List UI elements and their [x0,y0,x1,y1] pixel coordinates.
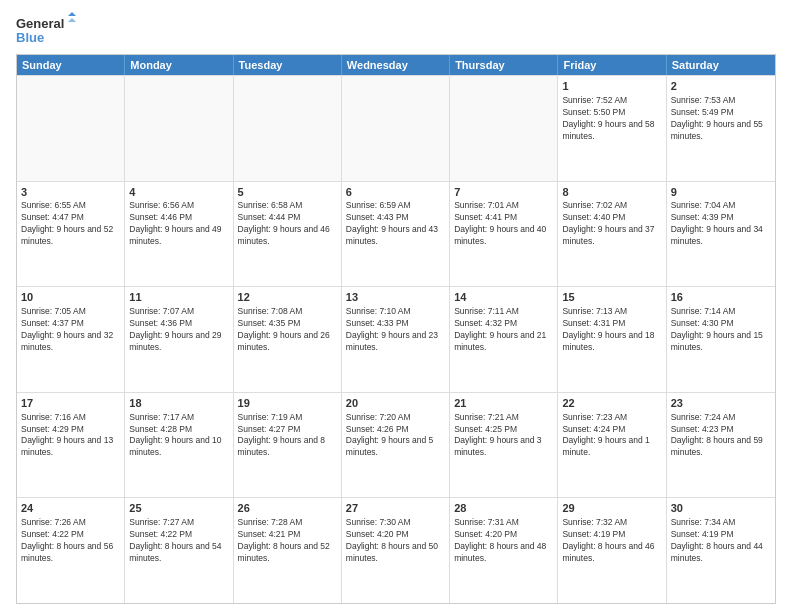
day-number: 28 [454,501,553,516]
day-number: 8 [562,185,661,200]
calendar: SundayMondayTuesdayWednesdayThursdayFrid… [16,54,776,604]
day-number: 21 [454,396,553,411]
day-number: 11 [129,290,228,305]
cell-content: Sunrise: 7:23 AM Sunset: 4:24 PM Dayligh… [562,412,661,460]
day-number: 22 [562,396,661,411]
cell-content: Sunrise: 7:20 AM Sunset: 4:26 PM Dayligh… [346,412,445,460]
header: General Blue [16,12,776,48]
calendar-cell: 9Sunrise: 7:04 AM Sunset: 4:39 PM Daylig… [667,182,775,287]
day-number: 6 [346,185,445,200]
cell-content: Sunrise: 7:21 AM Sunset: 4:25 PM Dayligh… [454,412,553,460]
calendar-cell: 28Sunrise: 7:31 AM Sunset: 4:20 PM Dayli… [450,498,558,603]
calendar-cell: 22Sunrise: 7:23 AM Sunset: 4:24 PM Dayli… [558,393,666,498]
day-number: 20 [346,396,445,411]
day-number: 18 [129,396,228,411]
calendar-cell: 21Sunrise: 7:21 AM Sunset: 4:25 PM Dayli… [450,393,558,498]
calendar-cell [342,76,450,181]
calendar-cell: 4Sunrise: 6:56 AM Sunset: 4:46 PM Daylig… [125,182,233,287]
calendar-cell: 10Sunrise: 7:05 AM Sunset: 4:37 PM Dayli… [17,287,125,392]
calendar-row-4: 17Sunrise: 7:16 AM Sunset: 4:29 PM Dayli… [17,392,775,498]
calendar-row-5: 24Sunrise: 7:26 AM Sunset: 4:22 PM Dayli… [17,497,775,603]
day-number: 4 [129,185,228,200]
calendar-header: SundayMondayTuesdayWednesdayThursdayFrid… [17,55,775,75]
cell-content: Sunrise: 7:11 AM Sunset: 4:32 PM Dayligh… [454,306,553,354]
cell-content: Sunrise: 7:53 AM Sunset: 5:49 PM Dayligh… [671,95,771,143]
cell-content: Sunrise: 6:59 AM Sunset: 4:43 PM Dayligh… [346,200,445,248]
calendar-cell: 24Sunrise: 7:26 AM Sunset: 4:22 PM Dayli… [17,498,125,603]
calendar-cell: 19Sunrise: 7:19 AM Sunset: 4:27 PM Dayli… [234,393,342,498]
cell-content: Sunrise: 7:07 AM Sunset: 4:36 PM Dayligh… [129,306,228,354]
day-number: 3 [21,185,120,200]
calendar-cell: 8Sunrise: 7:02 AM Sunset: 4:40 PM Daylig… [558,182,666,287]
calendar-cell: 13Sunrise: 7:10 AM Sunset: 4:33 PM Dayli… [342,287,450,392]
day-header-tuesday: Tuesday [234,55,342,75]
cell-content: Sunrise: 7:30 AM Sunset: 4:20 PM Dayligh… [346,517,445,565]
calendar-cell: 5Sunrise: 6:58 AM Sunset: 4:44 PM Daylig… [234,182,342,287]
cell-content: Sunrise: 7:16 AM Sunset: 4:29 PM Dayligh… [21,412,120,460]
svg-marker-3 [68,18,76,22]
calendar-cell [234,76,342,181]
cell-content: Sunrise: 6:55 AM Sunset: 4:47 PM Dayligh… [21,200,120,248]
cell-content: Sunrise: 7:31 AM Sunset: 4:20 PM Dayligh… [454,517,553,565]
calendar-cell: 16Sunrise: 7:14 AM Sunset: 4:30 PM Dayli… [667,287,775,392]
calendar-cell: 18Sunrise: 7:17 AM Sunset: 4:28 PM Dayli… [125,393,233,498]
day-number: 7 [454,185,553,200]
calendar-cell: 3Sunrise: 6:55 AM Sunset: 4:47 PM Daylig… [17,182,125,287]
day-number: 13 [346,290,445,305]
cell-content: Sunrise: 7:01 AM Sunset: 4:41 PM Dayligh… [454,200,553,248]
calendar-cell: 7Sunrise: 7:01 AM Sunset: 4:41 PM Daylig… [450,182,558,287]
day-number: 15 [562,290,661,305]
cell-content: Sunrise: 7:19 AM Sunset: 4:27 PM Dayligh… [238,412,337,460]
calendar-cell: 1Sunrise: 7:52 AM Sunset: 5:50 PM Daylig… [558,76,666,181]
day-number: 23 [671,396,771,411]
calendar-cell: 20Sunrise: 7:20 AM Sunset: 4:26 PM Dayli… [342,393,450,498]
svg-text:General: General [16,16,64,31]
day-header-sunday: Sunday [17,55,125,75]
calendar-cell: 6Sunrise: 6:59 AM Sunset: 4:43 PM Daylig… [342,182,450,287]
svg-marker-2 [68,12,76,16]
day-number: 2 [671,79,771,94]
day-number: 27 [346,501,445,516]
day-number: 16 [671,290,771,305]
cell-content: Sunrise: 7:04 AM Sunset: 4:39 PM Dayligh… [671,200,771,248]
day-number: 10 [21,290,120,305]
cell-content: Sunrise: 7:17 AM Sunset: 4:28 PM Dayligh… [129,412,228,460]
cell-content: Sunrise: 7:24 AM Sunset: 4:23 PM Dayligh… [671,412,771,460]
day-header-saturday: Saturday [667,55,775,75]
day-header-monday: Monday [125,55,233,75]
cell-content: Sunrise: 7:26 AM Sunset: 4:22 PM Dayligh… [21,517,120,565]
cell-content: Sunrise: 7:52 AM Sunset: 5:50 PM Dayligh… [562,95,661,143]
day-number: 5 [238,185,337,200]
calendar-cell: 2Sunrise: 7:53 AM Sunset: 5:49 PM Daylig… [667,76,775,181]
day-number: 24 [21,501,120,516]
cell-content: Sunrise: 6:56 AM Sunset: 4:46 PM Dayligh… [129,200,228,248]
day-number: 19 [238,396,337,411]
cell-content: Sunrise: 7:28 AM Sunset: 4:21 PM Dayligh… [238,517,337,565]
calendar-cell: 29Sunrise: 7:32 AM Sunset: 4:19 PM Dayli… [558,498,666,603]
logo-svg: General Blue [16,12,76,48]
cell-content: Sunrise: 7:05 AM Sunset: 4:37 PM Dayligh… [21,306,120,354]
calendar-cell: 14Sunrise: 7:11 AM Sunset: 4:32 PM Dayli… [450,287,558,392]
cell-content: Sunrise: 7:08 AM Sunset: 4:35 PM Dayligh… [238,306,337,354]
day-number: 30 [671,501,771,516]
calendar-cell: 15Sunrise: 7:13 AM Sunset: 4:31 PM Dayli… [558,287,666,392]
calendar-cell: 25Sunrise: 7:27 AM Sunset: 4:22 PM Dayli… [125,498,233,603]
calendar-cell: 27Sunrise: 7:30 AM Sunset: 4:20 PM Dayli… [342,498,450,603]
day-number: 14 [454,290,553,305]
day-header-friday: Friday [558,55,666,75]
calendar-cell: 11Sunrise: 7:07 AM Sunset: 4:36 PM Dayli… [125,287,233,392]
calendar-row-2: 3Sunrise: 6:55 AM Sunset: 4:47 PM Daylig… [17,181,775,287]
calendar-cell [17,76,125,181]
cell-content: Sunrise: 6:58 AM Sunset: 4:44 PM Dayligh… [238,200,337,248]
logo: General Blue [16,12,76,48]
calendar-row-1: 1Sunrise: 7:52 AM Sunset: 5:50 PM Daylig… [17,75,775,181]
day-header-wednesday: Wednesday [342,55,450,75]
calendar-body: 1Sunrise: 7:52 AM Sunset: 5:50 PM Daylig… [17,75,775,603]
day-number: 17 [21,396,120,411]
calendar-cell: 12Sunrise: 7:08 AM Sunset: 4:35 PM Dayli… [234,287,342,392]
day-number: 12 [238,290,337,305]
calendar-cell: 30Sunrise: 7:34 AM Sunset: 4:19 PM Dayli… [667,498,775,603]
calendar-cell [125,76,233,181]
day-header-thursday: Thursday [450,55,558,75]
cell-content: Sunrise: 7:13 AM Sunset: 4:31 PM Dayligh… [562,306,661,354]
